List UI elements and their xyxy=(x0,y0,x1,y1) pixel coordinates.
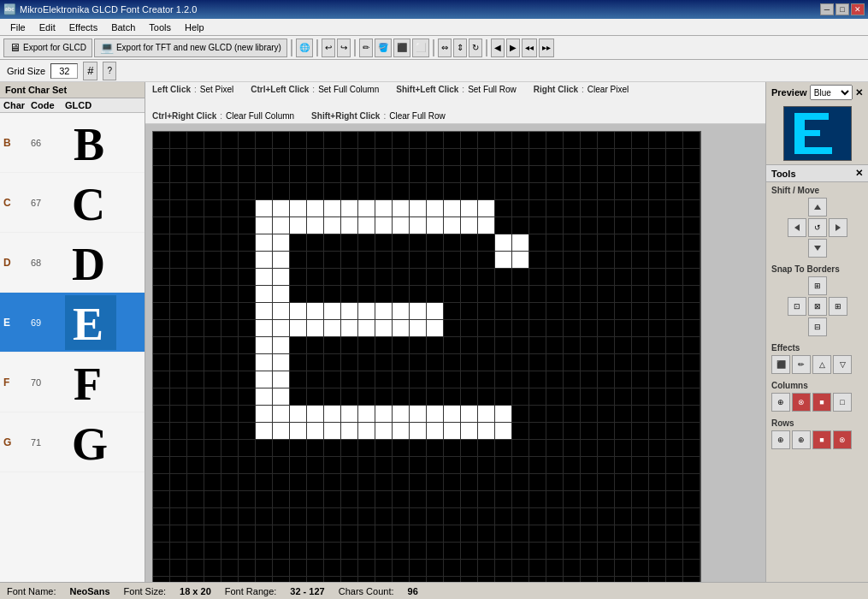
pixel-cell[interactable] xyxy=(307,371,324,388)
pixel-cell[interactable] xyxy=(170,423,187,440)
pixel-cell[interactable] xyxy=(273,217,290,234)
pixel-cell[interactable] xyxy=(153,577,170,582)
pixel-cell[interactable] xyxy=(341,560,358,577)
pixel-cell[interactable] xyxy=(581,269,598,286)
pixel-cell[interactable] xyxy=(666,508,683,525)
pixel-cell[interactable] xyxy=(256,491,273,508)
pixel-cell[interactable] xyxy=(273,423,290,440)
pixel-cell[interactable] xyxy=(187,474,204,491)
pixel-cell[interactable] xyxy=(564,217,581,234)
pixel-cell[interactable] xyxy=(358,166,375,183)
pixel-cell[interactable] xyxy=(273,337,290,354)
pixel-cell[interactable] xyxy=(546,132,564,149)
pixel-cell[interactable] xyxy=(478,354,495,371)
pixel-cell[interactable] xyxy=(427,320,444,337)
pixel-cell[interactable] xyxy=(666,577,683,582)
pixel-cell[interactable] xyxy=(495,132,512,149)
pixel-cell[interactable] xyxy=(427,234,444,252)
pixel-cell[interactable] xyxy=(375,577,393,582)
pixel-cell[interactable] xyxy=(598,354,615,371)
pixel-cell[interactable] xyxy=(495,388,512,406)
pixel-cell[interactable] xyxy=(256,577,273,582)
pixel-cell[interactable] xyxy=(239,525,256,543)
pixel-cell[interactable] xyxy=(290,320,307,337)
pixel-cell[interactable] xyxy=(495,354,512,371)
pixel-cell[interactable] xyxy=(615,286,632,303)
pixel-cell[interactable] xyxy=(239,388,256,406)
pixel-cell[interactable] xyxy=(495,457,512,474)
pixel-cell[interactable] xyxy=(427,200,444,217)
pixel-cell[interactable] xyxy=(666,543,683,560)
pixel-cell[interactable] xyxy=(478,149,495,166)
pixel-cell[interactable] xyxy=(239,508,256,525)
pixel-cell[interactable] xyxy=(444,406,461,423)
pixel-cell[interactable] xyxy=(683,440,700,457)
pixel-cell[interactable] xyxy=(546,491,564,508)
pixel-cell[interactable] xyxy=(221,200,239,217)
pixel-cell[interactable] xyxy=(581,371,598,388)
pixel-cell[interactable] xyxy=(393,303,410,320)
pixel-cell[interactable] xyxy=(239,303,256,320)
pixel-cell[interactable] xyxy=(598,560,615,577)
tool-bucket[interactable]: 🪣 xyxy=(375,39,392,57)
pixel-cell[interactable] xyxy=(427,132,444,149)
pixel-cell[interactable] xyxy=(358,234,375,252)
pixel-cell[interactable] xyxy=(529,543,546,560)
pixel-cell[interactable] xyxy=(529,371,546,388)
pixel-cell[interactable] xyxy=(529,252,546,269)
pixel-cell[interactable] xyxy=(358,423,375,440)
pixel-cell[interactable] xyxy=(341,354,358,371)
pixel-cell[interactable] xyxy=(581,560,598,577)
pixel-cell[interactable] xyxy=(170,388,187,406)
pixel-cell[interactable] xyxy=(375,149,393,166)
pixel-cell[interactable] xyxy=(358,320,375,337)
pixel-cell[interactable] xyxy=(204,269,221,286)
pixel-cell[interactable] xyxy=(427,303,444,320)
pixel-cell[interactable] xyxy=(461,525,478,543)
pixel-cell[interactable] xyxy=(290,440,307,457)
pixel-cell[interactable] xyxy=(393,200,410,217)
pixel-cell[interactable] xyxy=(683,234,700,252)
pixel-cell[interactable] xyxy=(307,525,324,543)
pixel-cell[interactable] xyxy=(153,508,170,525)
pixel-cell[interactable] xyxy=(649,543,666,560)
pixel-cell[interactable] xyxy=(529,337,546,354)
pixel-cell[interactable] xyxy=(632,406,649,423)
pixel-cell[interactable] xyxy=(153,525,170,543)
pixel-cell[interactable] xyxy=(564,388,581,406)
pixel-cell[interactable] xyxy=(358,149,375,166)
pixel-cell[interactable] xyxy=(598,166,615,183)
pixel-cell[interactable] xyxy=(324,286,341,303)
pixel-cell[interactable] xyxy=(649,577,666,582)
pixel-cell[interactable] xyxy=(546,166,564,183)
pixel-cell[interactable] xyxy=(410,371,427,388)
pixel-cell[interactable] xyxy=(358,388,375,406)
pixel-cell[interactable] xyxy=(307,423,324,440)
minimize-button[interactable]: ─ xyxy=(820,3,834,15)
pixel-cell[interactable] xyxy=(358,508,375,525)
pixel-cell[interactable] xyxy=(221,543,239,560)
pixel-cell[interactable] xyxy=(615,371,632,388)
pixel-cell[interactable] xyxy=(615,320,632,337)
shift-center-button[interactable]: ↺ xyxy=(808,218,827,237)
pixel-cell[interactable] xyxy=(307,132,324,149)
pixel-cell[interactable] xyxy=(187,508,204,525)
list-item[interactable]: D 68 D xyxy=(0,233,145,293)
pixel-cell[interactable] xyxy=(632,337,649,354)
pixel-cell[interactable] xyxy=(204,132,221,149)
pixel-cell[interactable] xyxy=(512,166,529,183)
pixel-cell[interactable] xyxy=(204,217,221,234)
pixel-cell[interactable] xyxy=(495,303,512,320)
pixel-cell[interactable] xyxy=(444,166,461,183)
pixel-cell[interactable] xyxy=(649,406,666,423)
pixel-cell[interactable] xyxy=(495,286,512,303)
pixel-cell[interactable] xyxy=(615,217,632,234)
pixel-cell[interactable] xyxy=(529,577,546,582)
pixel-cell[interactable] xyxy=(239,234,256,252)
pixel-cell[interactable] xyxy=(273,508,290,525)
pixel-cell[interactable] xyxy=(427,525,444,543)
flip-h[interactable]: ⇔ xyxy=(438,39,452,57)
pixel-cell[interactable] xyxy=(375,200,393,217)
pixel-cell[interactable] xyxy=(341,286,358,303)
pixel-cell[interactable] xyxy=(581,406,598,423)
